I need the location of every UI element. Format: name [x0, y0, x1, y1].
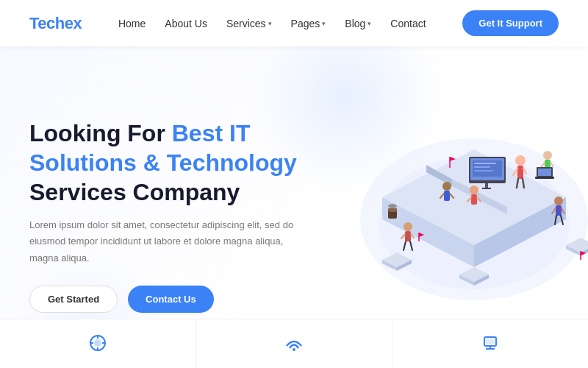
nav-item-about[interactable]: About Us — [165, 18, 207, 29]
svg-rect-65 — [388, 208, 397, 212]
get-started-button[interactable]: Get Started — [29, 286, 118, 313]
svg-point-16 — [515, 155, 526, 166]
logo-text-highlight: ex — [65, 14, 82, 32]
nav-item-blog[interactable]: Blog▾ — [345, 18, 371, 29]
card-icon-2 — [282, 333, 306, 358]
nav-link-about[interactable]: About Us — [165, 18, 207, 29]
svg-rect-14 — [485, 183, 488, 188]
card-item-3 — [392, 319, 588, 368]
card-icon-3 — [478, 333, 502, 358]
nav-item-services[interactable]: Services▾ — [226, 18, 272, 29]
svg-rect-15 — [482, 188, 491, 189]
svg-point-30 — [554, 197, 563, 205]
svg-rect-48 — [535, 177, 554, 179]
logo-text-dark: Tech — [29, 14, 65, 32]
bottom-cards-strip — [0, 319, 588, 368]
hero-illustration — [338, 91, 588, 341]
hero-text-block: Looking For Best IT Solutions & Technolo… — [29, 118, 338, 312]
svg-point-66 — [388, 204, 397, 208]
svg-point-22 — [442, 182, 451, 191]
svg-point-73 — [293, 348, 295, 351]
hero-heading-line3: Services Company — [29, 179, 240, 205]
svg-rect-31 — [556, 205, 562, 216]
pages-arrow-icon: ▾ — [322, 20, 326, 27]
card-icon-1 — [86, 333, 110, 358]
nav-link-blog[interactable]: Blog▾ — [345, 18, 371, 29]
nav-links: Home About Us Services▾ Pages▾ Blog▾ Con… — [118, 18, 426, 29]
services-arrow-icon: ▾ — [268, 20, 272, 27]
hero-buttons: Get Started Contact Us — [29, 286, 338, 313]
svg-rect-27 — [471, 194, 477, 205]
nav-item-pages[interactable]: Pages▾ — [291, 18, 326, 29]
card-item-2 — [196, 319, 392, 368]
nav-item-contact[interactable]: Contact — [390, 18, 426, 29]
svg-rect-75 — [486, 339, 495, 344]
hero-heading-highlight: Best IT — [172, 120, 251, 146]
hero-heading: Looking For Best IT Solutions & Technolo… — [29, 118, 338, 207]
svg-rect-17 — [517, 166, 523, 179]
hero-heading-line1: Looking For — [29, 120, 172, 146]
nav-item-home[interactable]: Home — [118, 18, 146, 29]
nav-link-contact[interactable]: Contact — [390, 18, 426, 29]
hero-section: Looking For Best IT Solutions & Technolo… — [0, 46, 588, 368]
svg-rect-37 — [405, 231, 411, 241]
svg-point-68 — [94, 339, 101, 347]
nav-link-home[interactable]: Home — [118, 18, 146, 29]
svg-rect-12 — [474, 166, 490, 168]
blog-arrow-icon: ▾ — [368, 20, 371, 27]
hero-description: Lorem ipsum dolor sit amet, consectetur … — [29, 217, 294, 266]
svg-point-26 — [470, 185, 478, 194]
svg-point-36 — [404, 222, 412, 231]
svg-rect-11 — [474, 163, 496, 164]
isometric-scene-svg — [338, 91, 588, 326]
nav-link-services[interactable]: Services▾ — [226, 18, 272, 29]
get-support-button[interactable]: Get It Support — [462, 10, 559, 36]
navbar: Techex Home About Us Services▾ Pages▾ Bl… — [0, 0, 588, 46]
svg-point-42 — [543, 151, 552, 160]
contact-us-button[interactable]: Contact Us — [128, 286, 214, 313]
logo[interactable]: Techex — [29, 14, 82, 33]
nav-link-pages[interactable]: Pages▾ — [291, 18, 326, 29]
hero-heading-line2: Solutions & Technology — [29, 149, 297, 176]
svg-rect-13 — [474, 170, 493, 171]
svg-rect-47 — [538, 169, 551, 176]
svg-rect-23 — [444, 191, 450, 201]
card-item-1 — [0, 319, 196, 368]
